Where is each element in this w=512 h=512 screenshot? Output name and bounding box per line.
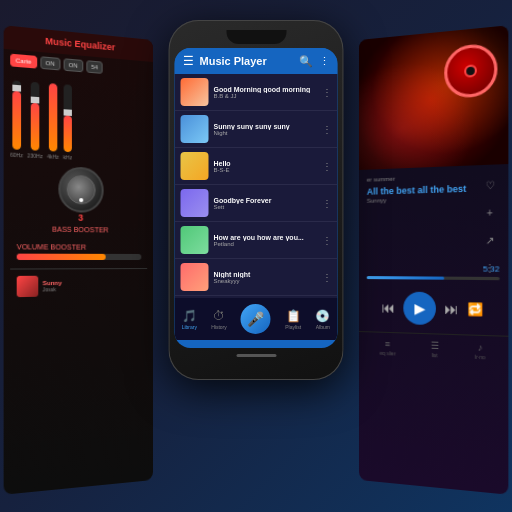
- preset-on1[interactable]: ON: [40, 56, 60, 70]
- eq-sliders: 60Hz 230Hz 4kHz: [10, 73, 147, 164]
- song-info: Night nightSneakyyy: [214, 271, 317, 284]
- volume-section: VOLUME BOOSTER: [10, 239, 147, 265]
- phone-body: ☰ Music Player 🔍 ⋮ Good Morning good mor…: [169, 20, 344, 380]
- nav-library[interactable]: 🎵 Library: [182, 309, 197, 330]
- mic-icon: 🎤: [247, 311, 264, 327]
- nav-mic[interactable]: 🎤: [241, 304, 271, 334]
- share-icon[interactable]: ↗: [480, 230, 499, 249]
- search-icon[interactable]: 🔍: [299, 55, 313, 68]
- phone-screen: ☰ Music Player 🔍 ⋮ Good Morning good mor…: [175, 48, 338, 348]
- song-more-icon[interactable]: ⋮: [322, 272, 332, 283]
- album-art: [359, 25, 508, 170]
- menu-dots-icon[interactable]: ⋮: [480, 258, 499, 277]
- preset-54[interactable]: 54: [86, 60, 103, 74]
- bottom-player-controls: ≡ eq slier ☰ list ♪ lr·no: [359, 331, 508, 363]
- preset-carte[interactable]: Carte: [10, 54, 37, 69]
- song-artist: B.B & JJ: [214, 93, 317, 99]
- slider-3: 4kHz: [47, 83, 59, 160]
- nav-playlist[interactable]: 📋 Playlist: [285, 309, 301, 330]
- song-more-icon[interactable]: ⋮: [322, 124, 332, 135]
- song-more-icon[interactable]: ⋮: [322, 235, 332, 246]
- next-button[interactable]: ⏭: [444, 300, 459, 317]
- phone-container: ☰ Music Player 🔍 ⋮ Good Morning good mor…: [169, 20, 344, 380]
- song-thumbnail: [181, 115, 209, 143]
- song-item[interactable]: Goodbye ForeverSett⋮: [175, 185, 338, 222]
- equalizer-panel: Music Equalizer Carte ON ON 54 60Hz 230H…: [4, 25, 153, 494]
- song-info: How are you how are you...Petland: [214, 234, 317, 247]
- app-header: ☰ Music Player 🔍 ⋮: [175, 48, 338, 74]
- list-ctrl[interactable]: ☰ list: [430, 340, 438, 358]
- song-list: Good Morning good morningB.B & JJ⋮Sunny …: [175, 74, 338, 298]
- song-item[interactable]: HelloB-S-E⋮: [175, 148, 338, 185]
- volume-bar[interactable]: [17, 254, 142, 260]
- bass-booster: 3 BASS BOOSTER: [10, 164, 147, 234]
- song-title: Sunny suny suny suny: [214, 123, 317, 130]
- repeat-button[interactable]: 🔁: [467, 302, 483, 317]
- playlist-icon: 📋: [286, 309, 301, 323]
- song-info: Sunny suny suny sunyNight: [214, 123, 317, 136]
- song-item[interactable]: Good Morning good morningB.B & JJ⋮: [175, 74, 338, 111]
- home-bar: [236, 354, 276, 357]
- song-title: Good Morning good morning: [214, 86, 317, 93]
- play-button[interactable]: ▶: [403, 292, 436, 326]
- song-more-icon[interactable]: ⋮: [322, 87, 332, 98]
- heart-icon[interactable]: ♡: [480, 175, 499, 195]
- now-playing-left: Sunny Jossk: [10, 268, 147, 304]
- song-title: Night night: [214, 271, 317, 278]
- slider-4: kHz: [63, 84, 72, 160]
- song-artist: Sett: [214, 204, 317, 210]
- song-item[interactable]: Night nightSneakyyy⋮: [175, 259, 338, 296]
- song-thumbnail: [181, 152, 209, 180]
- song-more-icon[interactable]: ⋮: [322, 198, 332, 209]
- prev-button[interactable]: ⏮: [381, 299, 395, 316]
- np-thumb: [17, 276, 39, 297]
- menu-icon[interactable]: ☰: [183, 54, 194, 68]
- song-title: Goodbye Forever: [214, 197, 317, 204]
- preset-on2[interactable]: ON: [63, 58, 83, 72]
- history-icon: ⏱: [213, 309, 225, 323]
- mic-button[interactable]: 🎤: [241, 304, 271, 334]
- side-controls: ♡ + ↗ ⋮: [480, 175, 499, 277]
- song-thumbnail: [181, 78, 209, 106]
- song-item[interactable]: Sunny suny suny sunyNight⋮: [175, 111, 338, 148]
- app-title: Music Player: [200, 55, 293, 67]
- player-panel: er summer All the best all the best Sunn…: [359, 25, 508, 494]
- song-title: Hello: [214, 160, 317, 167]
- nav-history[interactable]: ⏱ History: [211, 309, 227, 330]
- add-icon[interactable]: +: [480, 203, 499, 222]
- phone-notch: [226, 30, 286, 44]
- header-icons: 🔍 ⋮: [299, 55, 330, 68]
- song-info: HelloB-S-E: [214, 160, 317, 173]
- album-icon: 💿: [315, 309, 330, 323]
- eq-ctrl[interactable]: ≡ eq slier: [380, 339, 396, 357]
- slider-2: 230Hz: [27, 82, 42, 160]
- song-artist: Night: [214, 130, 317, 136]
- song-thumbnail: [181, 263, 209, 291]
- more-icon[interactable]: ⋮: [319, 55, 330, 68]
- nav-album[interactable]: 💿 Album: [315, 309, 330, 330]
- song-info: Good Morning good morningB.B & JJ: [214, 86, 317, 99]
- song-artist: Petland: [214, 241, 317, 247]
- song-artist: B-S-E: [214, 167, 317, 173]
- bass-knob[interactable]: [58, 166, 103, 213]
- library-icon: 🎵: [182, 309, 197, 323]
- song-title: How are you how are you...: [214, 234, 317, 241]
- playback-controls: ⏮ ▶ ⏭ 🔁: [359, 291, 508, 327]
- song-thumbnail: [181, 189, 209, 217]
- eq-section: Carte ON ON 54 60Hz 230Hz: [4, 49, 153, 308]
- song-info: Goodbye ForeverSett: [214, 197, 317, 210]
- slider-1: 60Hz: [10, 80, 23, 158]
- song-artist: Sneakyyy: [214, 278, 317, 284]
- bottom-nav: 🎵 Library ⏱ History 🎤 📋 Playlist: [175, 298, 338, 340]
- lyrics-ctrl[interactable]: ♪ lr·no: [475, 342, 485, 360]
- song-more-icon[interactable]: ⋮: [322, 161, 332, 172]
- song-thumbnail: [181, 226, 209, 254]
- song-item[interactable]: How are you how are you...Petland⋮: [175, 222, 338, 259]
